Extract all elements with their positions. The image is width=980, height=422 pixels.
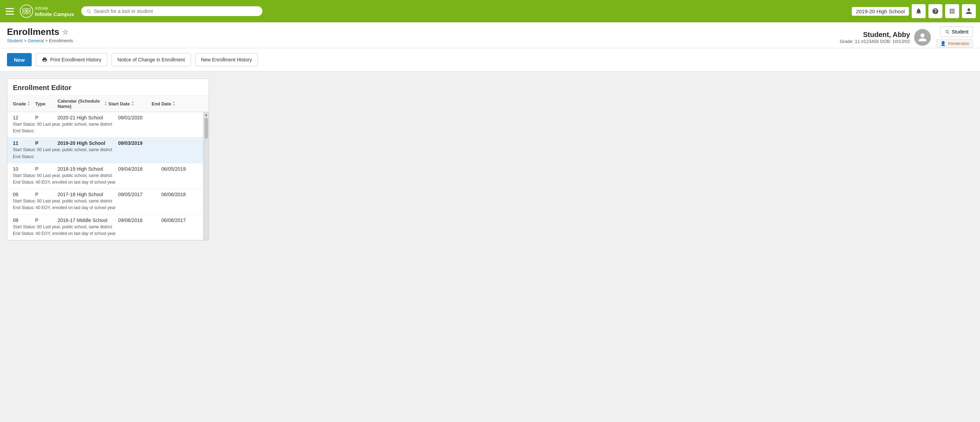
row-end-date <box>161 115 203 120</box>
new-enrollment-history-button[interactable]: New Enrollment History <box>195 53 258 66</box>
print-enrollment-history-button[interactable]: Print Enrollment History <box>36 53 107 66</box>
breadcrumb: Student > General > Enrollments <box>7 38 73 43</box>
notifications-button[interactable] <box>912 4 926 18</box>
row-calendar: 2019-20 High School <box>57 140 117 146</box>
breadcrumb-student[interactable]: Student <box>7 38 23 43</box>
history-label: New Enrollment History <box>201 57 252 62</box>
row-status: Start Status: 00 Last year, public schoo… <box>13 198 203 211</box>
row-start-date: 09/04/2018 <box>118 166 160 172</box>
row-calendar: 2016-17 Middle School <box>57 217 117 223</box>
row-status: Start Status: 00 Last year, public schoo… <box>13 224 203 237</box>
main-content: Enrollment Editor Grade ▲▼ Type Calendar… <box>0 72 980 248</box>
top-navigation: Infinite Infinite Campus 2019-20 High Sc… <box>0 0 980 22</box>
apps-button[interactable] <box>945 4 959 18</box>
table-row[interactable]: 08 P 2016-17 Middle School 09/06/2016 06… <box>7 215 209 240</box>
table-row[interactable]: 12 P 2020-21 High School 09/01/2020 Star… <box>7 112 209 137</box>
table-row[interactable]: 11 P 2019-20 High School 09/03/2019 Star… <box>7 137 209 163</box>
row-end-date <box>161 140 203 146</box>
logo-text: Infinite Infinite Campus <box>35 5 74 18</box>
logo: Infinite Infinite Campus <box>19 4 74 18</box>
enrollment-editor: Enrollment Editor Grade ▲▼ Type Calendar… <box>7 78 209 240</box>
editor-title: Enrollment Editor <box>7 79 209 96</box>
row-end-date: 06/06/2018 <box>161 192 203 197</box>
row-end-date: 06/05/2019 <box>161 166 203 172</box>
col-start-date: Start Date ▲▼ <box>108 98 150 109</box>
row-type: P <box>35 192 56 197</box>
page-header-right: Student, Abby Grade: 11 #123456 DOB: 10/… <box>840 27 973 48</box>
right-panel <box>216 78 973 240</box>
user-profile-button[interactable] <box>962 4 976 18</box>
breadcrumb-current: Enrollments <box>49 38 73 43</box>
scroll-up-arrow[interactable]: ▲ <box>205 113 208 117</box>
row-grade: 09 <box>13 192 34 197</box>
table-header: Grade ▲▼ Type Calendar (Schedule Name) ▲… <box>7 96 209 112</box>
hamburger-menu-button[interactable] <box>4 6 15 16</box>
student-search-label: Student <box>952 29 969 35</box>
col-type: Type <box>35 98 56 109</box>
immersion-label: Immersion <box>948 41 969 46</box>
enrollment-rows: 12 P 2020-21 High School 09/01/2020 Star… <box>7 112 209 240</box>
student-search-button[interactable]: Student <box>940 27 973 37</box>
row-type: P <box>35 115 56 120</box>
table-row[interactable]: 09 P 2017-18 High School 09/05/2017 06/0… <box>7 189 209 214</box>
student-meta: Grade: 11 #123456 DOB: 10/13/02 <box>840 39 910 44</box>
scrollbar[interactable]: ▲ <box>203 112 209 240</box>
page-header: Enrollments ☆ Student > General > Enroll… <box>0 22 980 48</box>
school-name: 2019-20 High School <box>852 7 909 16</box>
row-status: Start Status: 00 Last year, public schoo… <box>13 121 203 134</box>
row-start-date: 09/05/2017 <box>118 192 160 197</box>
row-status: Start Status: 00 Last year, public schoo… <box>13 173 203 186</box>
row-status: Start Status: 00 Last year, public schoo… <box>13 147 203 160</box>
print-label: Print Enrollment History <box>50 57 102 62</box>
help-button[interactable] <box>928 4 942 18</box>
table-row[interactable]: 10 P 2018-19 High School 09/04/2018 06/0… <box>7 163 209 189</box>
immersion-badge: 👤 Immersion <box>936 39 973 48</box>
col-end-date: End Date ▲▼ <box>151 98 193 109</box>
search-input[interactable] <box>94 8 258 14</box>
page-title-area: Enrollments ☆ <box>7 27 73 37</box>
table-scroll-area[interactable]: 12 P 2020-21 High School 09/01/2020 Star… <box>7 112 209 240</box>
breadcrumb-general[interactable]: General <box>28 38 44 43</box>
avatar <box>914 29 931 46</box>
row-start-date: 09/06/2016 <box>118 217 160 223</box>
toolbar: New Print Enrollment History Notice of C… <box>0 48 980 72</box>
row-calendar: 2017-18 High School <box>57 192 117 197</box>
print-icon <box>42 57 48 62</box>
row-start-date: 09/03/2019 <box>118 140 160 146</box>
row-grade: 08 <box>13 217 34 223</box>
favorite-icon[interactable]: ☆ <box>62 28 68 36</box>
search-icon <box>86 8 91 14</box>
notice-of-change-button[interactable]: Notice of Change in Enrollment <box>111 53 191 66</box>
row-type: P <box>35 166 56 172</box>
row-calendar: 2018-19 High School <box>57 166 117 172</box>
scroll-thumb[interactable] <box>205 118 208 139</box>
page-header-left: Enrollments ☆ Student > General > Enroll… <box>7 27 73 43</box>
row-calendar: 2020-21 High School <box>57 115 117 120</box>
nav-right-area: 2019-20 High School <box>852 4 976 18</box>
row-grade: 10 <box>13 166 34 172</box>
row-grade: 12 <box>13 115 34 120</box>
student-info: Student, Abby Grade: 11 #123456 DOB: 10/… <box>840 31 910 44</box>
page-title: Enrollments <box>7 27 59 37</box>
global-search-bar[interactable] <box>81 6 262 16</box>
col-grade: Grade ▲▼ <box>13 98 34 109</box>
col-calendar: Calendar (Schedule Name) ▲▼ <box>57 98 107 109</box>
row-type: P <box>35 140 56 146</box>
row-type: P <box>35 217 56 223</box>
svg-point-3 <box>25 10 27 12</box>
immersion-icon: 👤 <box>940 41 946 46</box>
row-start-date: 09/01/2020 <box>118 115 160 120</box>
row-grade: 11 <box>13 140 34 146</box>
row-end-date: 06/08/2017 <box>161 217 203 223</box>
new-button[interactable]: New <box>7 53 32 66</box>
notice-label: Notice of Change in Enrollment <box>118 57 185 62</box>
student-name: Student, Abby <box>840 31 910 39</box>
